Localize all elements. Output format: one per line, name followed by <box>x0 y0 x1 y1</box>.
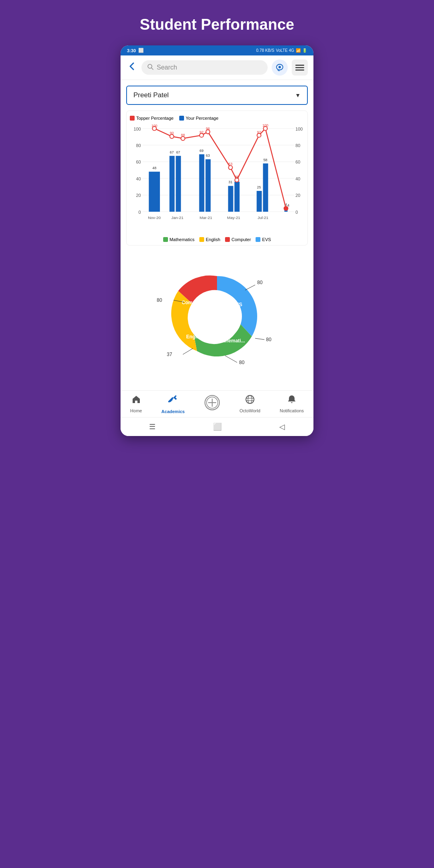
donut-computer-label: Comput... <box>182 300 204 305</box>
svg-text:100: 100 <box>134 127 141 131</box>
callout-math-bottom <box>225 356 237 362</box>
chart-legend: Topper Percentage Your Percentage <box>130 116 304 121</box>
svg-text:88: 88 <box>181 133 185 137</box>
svg-text:69: 69 <box>200 149 204 153</box>
search-icon <box>147 63 154 72</box>
legend-evs-dot <box>256 237 260 242</box>
legend-evs: EVS <box>256 237 271 242</box>
screen-icon: ⬜ <box>138 48 144 53</box>
bar-nov20 <box>149 172 160 212</box>
svg-rect-6 <box>295 70 304 71</box>
callout-computer-value: 80 <box>157 297 162 303</box>
callout-evs-value: 80 <box>257 280 263 285</box>
legend-computer-label: Computer <box>231 237 251 242</box>
back-button[interactable] <box>126 61 137 75</box>
nav-home-label: Home <box>130 408 142 413</box>
bar-jan21a <box>170 156 175 212</box>
legend-your-label: Your Percentage <box>186 116 219 121</box>
callout-math-bottom-value: 80 <box>239 360 245 365</box>
bar-mar21b <box>205 159 211 211</box>
sys-home-button[interactable]: ⬜ <box>213 422 222 431</box>
svg-point-58 <box>246 395 254 403</box>
menu-button[interactable] <box>292 59 308 76</box>
svg-text:100: 100 <box>151 124 158 128</box>
nav-academics[interactable]: Academics <box>162 395 185 414</box>
svg-text:100: 100 <box>295 127 303 131</box>
legend-topper-label: Topper Percentage <box>136 116 174 121</box>
svg-text:Mar-21: Mar-21 <box>200 215 212 220</box>
svg-text:31: 31 <box>229 180 233 184</box>
home-icon <box>131 395 141 407</box>
callout-english-value: 37 <box>167 352 172 357</box>
octoworld-icon <box>245 395 255 407</box>
legend-computer-dot <box>225 237 230 242</box>
nav-academics-label: Academics <box>162 409 185 414</box>
nav-octoworld[interactable]: OctoWorld <box>240 395 260 414</box>
svg-text:96: 96 <box>206 127 210 131</box>
legend-topper: Topper Percentage <box>130 116 174 121</box>
callout-evs <box>245 285 255 290</box>
legend-computer: Computer <box>225 237 251 242</box>
bar-may21b <box>234 182 240 212</box>
academics-icon <box>168 395 178 407</box>
svg-text:0: 0 <box>139 210 141 215</box>
notifications-icon <box>287 395 297 407</box>
chat-button[interactable] <box>272 59 288 76</box>
system-nav: ☰ ⬜ ◁ <box>121 417 313 436</box>
svg-text:53: 53 <box>229 162 233 166</box>
svg-text:58: 58 <box>263 158 267 162</box>
callout-english <box>183 348 193 354</box>
signal-icon: 📶 <box>296 48 301 53</box>
nav-home[interactable]: Home <box>130 395 142 414</box>
svg-text:80: 80 <box>136 143 141 148</box>
svg-text:Jan-21: Jan-21 <box>171 215 183 220</box>
status-bar: 3:30 ⬜ 0.78 KB/S VoLTE 4G 📶 🔋 <box>121 45 313 55</box>
bar-chart-svg: 100 80 60 40 20 0 100 80 60 40 20 0 <box>130 124 304 232</box>
svg-text:38: 38 <box>235 175 239 179</box>
status-left: 3:30 ⬜ <box>127 48 144 53</box>
svg-text:60: 60 <box>136 160 141 164</box>
svg-text:Nov-20: Nov-20 <box>148 215 161 220</box>
donut-math-label: Mathemati... <box>217 338 245 344</box>
callout-math-value: 80 <box>266 337 272 342</box>
search-bar[interactable]: Search <box>141 60 268 75</box>
svg-point-59 <box>248 395 252 403</box>
svg-text:40: 40 <box>136 176 141 181</box>
svg-point-3 <box>278 66 281 68</box>
bar-jul21a <box>257 191 262 212</box>
svg-rect-4 <box>295 65 304 66</box>
network-type: VoLTE 4G <box>276 48 294 53</box>
callout-math <box>255 338 264 340</box>
donut-svg: EVS Mathemati... English Comput... 80 80… <box>157 260 277 373</box>
bar-mar21a <box>199 154 205 212</box>
svg-rect-5 <box>295 67 304 68</box>
donut-english-label: English <box>186 334 203 340</box>
svg-text:4: 4 <box>287 203 289 207</box>
bottom-nav: Home Academics <box>121 390 313 417</box>
sys-menu-button[interactable]: ☰ <box>149 422 156 431</box>
legend-topper-dot <box>130 116 135 121</box>
network-speed: 0.78 KB/S <box>256 48 274 53</box>
donut-evs-label: EVS <box>232 301 242 307</box>
donut-chart-container: EVS Mathemati... English Comput... 80 80… <box>126 252 308 385</box>
svg-text:92: 92 <box>257 130 261 134</box>
student-dropdown[interactable]: Preeti Patel ▼ <box>126 86 308 105</box>
svg-rect-52 <box>168 397 174 403</box>
nav-special[interactable] <box>204 395 220 414</box>
legend-evs-label: EVS <box>262 237 271 242</box>
legend-english: English <box>199 237 220 242</box>
page-title: Student Performance <box>132 0 302 45</box>
nav-octoworld-label: OctoWorld <box>240 408 260 413</box>
legend-english-label: English <box>206 237 220 242</box>
subject-legend: Mathematics English Computer EVS <box>130 237 304 242</box>
svg-text:63: 63 <box>206 154 210 158</box>
outer-container: Student Performance 3:30 ⬜ 0.78 KB/S VoL… <box>108 0 326 448</box>
legend-english-dot <box>199 237 204 242</box>
nav-notifications[interactable]: Notifications <box>280 395 304 414</box>
time: 3:30 <box>127 48 136 53</box>
svg-text:60: 60 <box>295 160 300 164</box>
bar-chart-container: Topper Percentage Your Percentage 100 80… <box>126 111 308 246</box>
search-text: Search <box>157 64 177 71</box>
sys-back-button[interactable]: ◁ <box>279 422 285 431</box>
svg-text:67: 67 <box>170 150 174 154</box>
